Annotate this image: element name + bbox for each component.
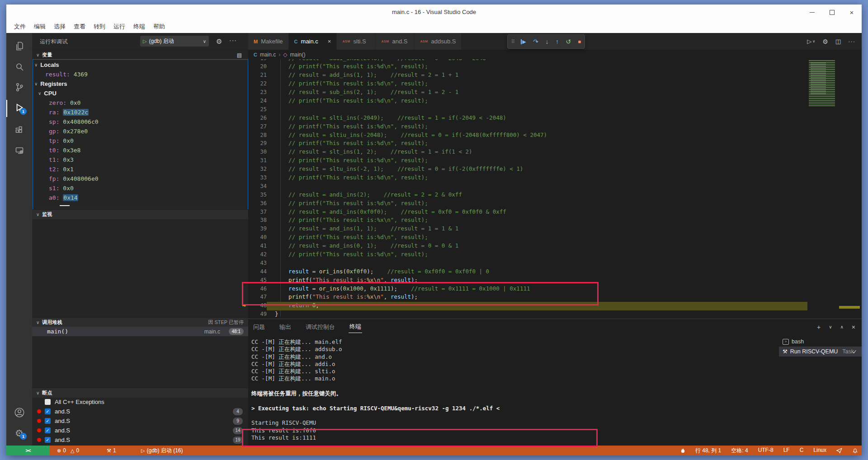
breakpoint-exceptions-row[interactable]: All C++ Exceptions <box>32 397 248 407</box>
variable-row-result[interactable]: result: 4369 <box>32 70 248 79</box>
minimap[interactable] <box>809 60 835 107</box>
code-line-34[interactable]: 34 <box>242 182 807 191</box>
breakpoint-row[interactable]: ✓and.S19 <box>32 435 248 445</box>
settings-gear-icon[interactable]: ⚙ <box>6 424 32 442</box>
breakpoint-row[interactable]: ✓and.S4 <box>32 407 248 416</box>
close-panel-icon[interactable]: × <box>852 324 855 331</box>
panel-tab-调试控制台[interactable]: 调试控制台 <box>305 321 336 333</box>
minimize-button[interactable] <box>802 5 822 20</box>
variable-row-zero[interactable]: zero: 0x0 <box>32 98 248 108</box>
terminal-list-item-bash[interactable]: >bash <box>779 337 862 347</box>
tab-slti.S[interactable]: ASMslti.S <box>337 33 376 50</box>
variables-group-CPU[interactable]: ∨CPU <box>32 89 248 98</box>
code-line-49[interactable]: 49} <box>242 310 807 319</box>
more-actions-icon[interactable]: ··· <box>848 38 855 45</box>
variables-section-header[interactable]: ∨ 变量 ▤ <box>32 50 248 60</box>
code-line-27[interactable]: 27 // printf("This result is:%d\n", resu… <box>242 122 807 131</box>
code-line-33[interactable]: 33 // printf("This result is:%d\n", resu… <box>242 174 807 182</box>
code-line-43[interactable]: 43 <box>242 259 807 268</box>
code-line-42[interactable]: 42 // printf("This result is:%d\n", resu… <box>242 250 807 259</box>
terminal-output[interactable]: CC -[M] 正在构建... main.elfCC -[M] 正在构建... … <box>251 338 776 441</box>
tab-Makefile[interactable]: MMakefile <box>248 33 289 50</box>
code-line-29[interactable]: 29 // printf("This result is:%d\n", resu… <box>242 139 807 148</box>
checkbox-checked[interactable]: ✓ <box>45 408 51 414</box>
search-icon[interactable] <box>6 58 32 76</box>
maximize-button[interactable] <box>822 5 842 20</box>
breakpoints-section-header[interactable]: ∨ 断点 <box>32 388 248 398</box>
breadcrumb[interactable]: C main.c › ◇ main() <box>248 50 862 59</box>
status-item-空格: 4[interactable]: 空格: 4 <box>731 447 748 455</box>
code-line-26[interactable]: 26 // result = slti_ins(-2049); //result… <box>242 114 807 122</box>
debug-session-status[interactable]: ▷ (gdb) 启动 (16) <box>141 446 183 455</box>
menu-item-编辑[interactable]: 编辑 <box>30 20 50 33</box>
remote-explorer-icon[interactable] <box>6 141 32 160</box>
new-terminal-icon[interactable]: + <box>817 324 821 331</box>
panel-tab-问题[interactable]: 问题 <box>252 321 266 333</box>
code-line-20[interactable]: 20 // printf("This result is:%d\n", resu… <box>242 62 807 71</box>
gear-icon[interactable]: ⚙ <box>822 38 828 45</box>
code-line-46[interactable]: 46 result = or_ins(0x1000, 0x1111); //re… <box>242 285 807 293</box>
stop-button[interactable]: ■ <box>578 39 581 44</box>
code-line-32[interactable]: 32 // result = sltu_ins(-2, 1); //result… <box>242 165 807 174</box>
code-line-38[interactable]: 38 // printf("This result is:%x\n", resu… <box>242 216 807 225</box>
code-line-44[interactable]: 44 result = ori_ins(0xf0f0); //result = … <box>242 268 807 276</box>
breadcrumb-symbol[interactable]: main() <box>290 52 306 58</box>
status-item-LF[interactable]: LF <box>783 447 790 455</box>
menu-item-帮助[interactable]: 帮助 <box>149 20 169 33</box>
code-editor[interactable]: 19 // result = addi_ins2(2048); //result… <box>242 54 807 319</box>
run-or-debug-button[interactable]: ▷ ∨ <box>807 38 815 45</box>
variable-row-gp[interactable]: gp: 0x278e0 <box>32 127 248 136</box>
tab-addsub.S[interactable]: ASMaddsub.S <box>415 33 462 50</box>
problems-status[interactable]: ⊗ 0 △ 0 <box>57 446 79 455</box>
variables-group-Locals[interactable]: ∨Locals <box>32 60 248 70</box>
call-stack-section-header[interactable]: ∨ 调用堆栈 因 STEP 已暂停 <box>32 317 248 327</box>
extensions-icon[interactable] <box>6 121 32 139</box>
panel-tab-终端[interactable]: 终端 <box>349 321 362 333</box>
stack-frame-row[interactable]: main() main.c 48:1 <box>32 327 248 336</box>
menu-item-终端[interactable]: 终端 <box>129 20 149 33</box>
breakpoint-row[interactable]: ✓and.S14 <box>32 426 248 435</box>
checkbox-checked[interactable]: ✓ <box>45 437 51 443</box>
debug-settings-gear-icon[interactable]: ⚙ <box>216 38 222 46</box>
checkbox-unchecked[interactable] <box>45 399 51 405</box>
launch-config-dropdown[interactable]: ▷ (gdb) 启动 ∨ <box>140 36 209 47</box>
code-line-31[interactable]: 31 // printf("This result is:%d\n", resu… <box>242 156 807 165</box>
account-icon[interactable] <box>6 404 32 422</box>
drag-handle-icon[interactable]: ⠿ <box>511 39 514 44</box>
terminal-dropdown-icon[interactable]: ∨ <box>829 324 832 329</box>
restart-button[interactable]: ↺ <box>566 38 571 45</box>
code-line-47[interactable]: 47 printf("This result is:%x\n", result)… <box>242 293 807 301</box>
run-debug-icon[interactable] <box>6 99 32 117</box>
step-out-button[interactable]: ↑ <box>556 38 559 45</box>
variable-row-a0[interactable]: a0: 0x14 <box>32 193 248 202</box>
close-button[interactable]: × <box>842 5 862 20</box>
checkbox-checked[interactable]: ✓ <box>45 427 51 433</box>
code-line-30[interactable]: 30 // result = slt_ins(1, 2); //result =… <box>242 148 807 156</box>
continue-button[interactable]: ▶ <box>521 39 526 44</box>
variables-group-Registers[interactable]: ∨Registers <box>32 79 248 89</box>
variable-row-fp[interactable]: fp: 0x408006e0 <box>32 174 248 183</box>
source-control-icon[interactable] <box>6 78 32 96</box>
step-into-button[interactable]: ↓ <box>545 38 548 45</box>
variable-row-sp[interactable]: sp: 0x408006c0 <box>32 117 248 127</box>
code-line-25[interactable]: 25 <box>242 105 807 114</box>
code-line-22[interactable]: 22 // printf("This result is:%d\n", resu… <box>242 80 807 88</box>
panel-layout-icon[interactable]: ▤ <box>237 52 242 58</box>
status-item-C[interactable]: C <box>800 447 804 455</box>
menu-item-转到[interactable]: 转到 <box>90 20 109 33</box>
more-actions-icon[interactable]: ··· <box>229 37 237 44</box>
checkbox-checked[interactable]: ✓ <box>45 418 51 424</box>
code-line-23[interactable]: 23 // result = sub_ins(2, 1); //result =… <box>242 88 807 97</box>
maximize-panel-icon[interactable]: ∧ <box>840 324 843 329</box>
code-line-45[interactable]: 45 printf("This result is:%x\n", result)… <box>242 276 807 285</box>
variable-row-ra[interactable]: ra: 0x1022c <box>32 108 248 117</box>
menu-item-选择[interactable]: 选择 <box>50 20 70 33</box>
tab-main.c[interactable]: Cmain.c× <box>289 33 337 50</box>
breakpoint-row[interactable]: ✓and.S9 <box>32 416 248 426</box>
menu-item-文件[interactable]: 文件 <box>10 20 30 33</box>
watch-section-header[interactable]: ∨ 监视 <box>32 209 248 219</box>
step-over-button[interactable]: ↷ <box>533 38 538 45</box>
status-item-Linux[interactable]: Linux <box>813 447 826 455</box>
split-editor-icon[interactable]: ◫ <box>835 38 841 45</box>
code-line-37[interactable]: 37 // result = andi_ins(0xf0f0); //resul… <box>242 208 807 216</box>
